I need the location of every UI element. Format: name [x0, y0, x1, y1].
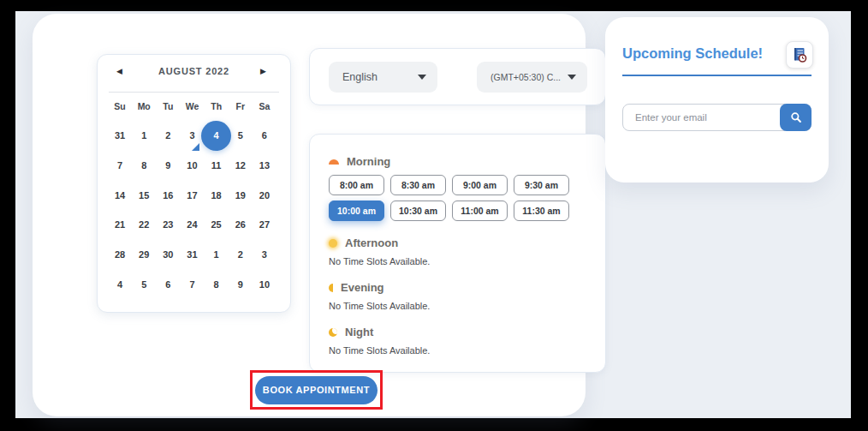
time-slot-button[interactable]: 8:30 am — [390, 175, 446, 195]
calendar-day[interactable]: 24 — [180, 210, 204, 240]
calendar-day[interactable]: 10 — [253, 269, 276, 299]
weekday-label: Th — [205, 99, 229, 113]
calendar-day[interactable]: 2 — [156, 121, 180, 151]
afternoon-section-header: Afternoon — [329, 236, 398, 249]
upcoming-schedule-panel: Upcoming Schedule! — [605, 17, 829, 183]
calendar-day[interactable]: 7 — [180, 269, 204, 299]
timezone-dropdown[interactable]: (GMT+05:30) C... — [477, 62, 587, 93]
calendar-day[interactable]: 10 — [180, 151, 204, 181]
morning-section-header: Morning — [329, 155, 390, 168]
calendar-day[interactable]: 31 — [108, 121, 132, 151]
time-slot-button[interactable]: 10:00 am — [329, 201, 384, 221]
preferences-card: English (GMT+05:30) C... — [309, 48, 606, 105]
weekday-label: Mo — [132, 99, 156, 113]
weekday-label: Fr — [229, 99, 253, 113]
calendar-next-month-icon[interactable]: ▶ — [260, 65, 266, 77]
booking-panel: ◀ AUGUST 2022 ▶ SuMoTuWeThFrSa 311234567… — [33, 14, 586, 416]
weekday-label: Sa — [253, 99, 276, 113]
night-no-slots-text: No Time Slots Available. — [329, 345, 430, 356]
book-appointment-button[interactable]: BOOK APPOINTMENT — [255, 376, 378, 404]
calendar-card: ◀ AUGUST 2022 ▶ SuMoTuWeThFrSa 311234567… — [97, 54, 291, 313]
calendar-day[interactable]: 30 — [156, 240, 180, 270]
crescent-moon-icon — [329, 328, 337, 337]
selected-day-marker-icon — [192, 143, 199, 151]
weekday-label: Su — [108, 99, 132, 113]
afternoon-no-slots-text: No Time Slots Available. — [329, 256, 430, 266]
calendar-day[interactable]: 27 — [253, 210, 276, 240]
language-dropdown[interactable]: English — [329, 62, 437, 93]
calendar-day[interactable]: 23 — [156, 210, 180, 240]
evening-label: Evening — [341, 281, 384, 294]
chevron-down-icon — [418, 75, 426, 80]
screenshot-root: { "theme": { "primary_blue": "#3d7dc8", … — [0, 0, 868, 431]
calendar-weekday-row: SuMoTuWeThFrSa — [108, 99, 276, 113]
morning-slot-grid: 8:00 am8:30 am9:00 am9:30 am10:00 am10:3… — [329, 175, 575, 221]
calendar-day[interactable]: 25 — [205, 210, 229, 240]
time-slot-button[interactable]: 11:30 am — [514, 201, 569, 221]
calendar-day[interactable]: 9 — [229, 269, 253, 299]
timezone-value: (GMT+05:30) C... — [490, 72, 561, 82]
evening-section-header: Evening — [329, 281, 384, 294]
calendar-day[interactable]: 5 — [132, 269, 156, 299]
calendar-day[interactable]: 18 — [205, 180, 229, 210]
calendar-day[interactable]: 28 — [108, 240, 132, 270]
annotation-highlight-box: BOOK APPOINTMENT — [250, 370, 383, 410]
calendar-day[interactable]: 20 — [253, 180, 276, 210]
evening-no-slots-text: No Time Slots Available. — [329, 301, 430, 311]
calendar-day[interactable]: 1 — [205, 240, 229, 270]
calendar-day[interactable]: 2 — [229, 240, 253, 270]
calendar-day[interactable]: 4 — [108, 269, 132, 299]
calendar-day[interactable]: 5 — [229, 121, 253, 151]
calendar-day[interactable]: 29 — [132, 240, 156, 270]
calendar-day[interactable]: 26 — [229, 210, 253, 240]
calendar-day[interactable]: 17 — [180, 180, 204, 210]
email-subscribe-row — [622, 104, 812, 131]
calendar-day[interactable]: 6 — [253, 121, 276, 151]
night-section-header: Night — [329, 326, 373, 338]
night-label: Night — [345, 326, 373, 338]
time-slot-button[interactable]: 8:00 am — [329, 175, 384, 195]
upcoming-schedule-title: Upcoming Schedule! — [622, 45, 763, 62]
half-moon-icon — [329, 284, 333, 292]
calendar-day[interactable]: 15 — [132, 180, 156, 210]
calendar-day[interactable]: 16 — [156, 180, 180, 210]
calendar-day[interactable]: 19 — [229, 180, 253, 210]
title-underline — [622, 75, 812, 76]
calendar-day[interactable]: 31 — [180, 240, 204, 270]
language-value: English — [342, 71, 378, 83]
calendar-day[interactable]: 12 — [229, 151, 253, 181]
calendar-day[interactable]: 3 — [253, 240, 276, 270]
afternoon-label: Afternoon — [345, 236, 398, 249]
calendar-day[interactable]: 13 — [253, 151, 276, 181]
weekday-label: We — [180, 99, 204, 113]
sunrise-icon — [329, 159, 339, 165]
schedule-clock-icon — [791, 46, 808, 63]
time-slot-button[interactable]: 9:30 am — [514, 175, 569, 195]
calendar-day[interactable]: 11 — [205, 151, 229, 181]
calendar-day[interactable]: 8 — [205, 269, 229, 299]
schedule-history-button[interactable] — [786, 41, 813, 69]
morning-label: Morning — [347, 155, 390, 168]
calendar-day[interactable]: 22 — [132, 210, 156, 240]
sun-icon — [329, 239, 337, 248]
calendar-day[interactable]: 4 — [205, 121, 229, 151]
weekday-label: Tu — [156, 99, 180, 113]
search-icon — [790, 111, 802, 123]
calendar-day[interactable]: 1 — [132, 121, 156, 151]
calendar-day[interactable]: 6 — [156, 269, 180, 299]
calendar-day[interactable]: 21 — [108, 210, 132, 240]
email-search-button[interactable] — [780, 104, 812, 131]
calendar-day[interactable]: 8 — [132, 151, 156, 181]
calendar-divider — [109, 92, 279, 93]
chevron-down-icon — [568, 75, 576, 80]
time-slot-button[interactable]: 11:00 am — [452, 201, 508, 221]
timeslots-card: Morning 8:00 am8:30 am9:00 am9:30 am10:0… — [309, 134, 606, 373]
time-slot-button[interactable]: 10:30 am — [390, 201, 446, 221]
calendar-day[interactable]: 9 — [156, 151, 180, 181]
time-slot-button[interactable]: 9:00 am — [452, 175, 508, 195]
calendar-day[interactable]: 7 — [108, 151, 132, 181]
calendar-day[interactable]: 14 — [108, 180, 132, 210]
